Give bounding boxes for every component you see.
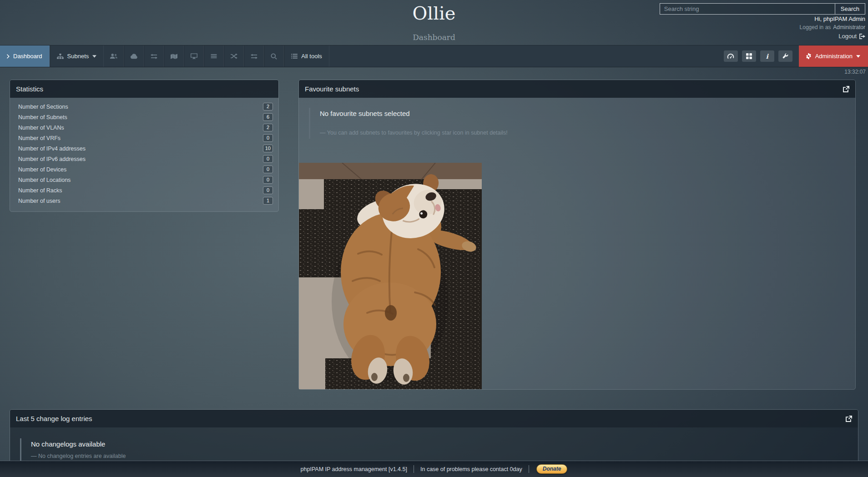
search-input[interactable] (660, 3, 835, 15)
stat-value-badge: 1 (263, 197, 273, 205)
statistics-rows: Number of Sections2Number of Subnets6Num… (10, 98, 278, 211)
favourite-subnets-header: Favourite subnets (299, 80, 855, 98)
administration-button[interactable]: Administration (799, 45, 868, 67)
logout-label: Logout (838, 32, 857, 40)
logout-link[interactable]: Logout (838, 32, 865, 40)
desktop-nav-item[interactable] (184, 45, 204, 67)
search-nav-item[interactable] (264, 45, 284, 67)
changelog-panel-header: Last 5 change log entries (10, 410, 858, 427)
changelog-panel: Last 5 change log entries No changelogs … (10, 409, 858, 469)
map-nav-item[interactable] (164, 45, 184, 67)
info-icon: i (766, 53, 768, 60)
menu-lines-icon (211, 54, 217, 59)
tab-subnets[interactable]: Subnets (50, 45, 104, 67)
swap-icon (251, 54, 257, 59)
administration-label: Administration (815, 53, 853, 60)
nav-icon-group (104, 45, 284, 67)
tab-dashboard[interactable]: Dashboard (0, 45, 50, 67)
role-link[interactable]: Administrator (833, 24, 865, 30)
shuffle-nav-item[interactable] (224, 45, 244, 67)
stat-row: Number of VRFs0 (15, 133, 273, 143)
exchange-nav-item[interactable] (144, 45, 164, 67)
shuffle-icon (231, 53, 237, 59)
changelog-message: No changelogs available (31, 440, 849, 448)
exchange-icon (151, 54, 157, 59)
stat-row: Number of IPv6 addresses0 (15, 154, 273, 164)
external-link-icon (846, 416, 852, 422)
statistics-panel: Statistics Number of Sections2Number of … (10, 80, 279, 212)
widgets-grid-button[interactable] (742, 50, 756, 62)
cloud-nav-item[interactable] (124, 45, 144, 67)
logged-in-line: Logged in asAdministrator (800, 23, 865, 32)
favourite-subnets-title: Favourite subnets (305, 85, 359, 93)
stat-row: Number of users1 (15, 196, 273, 206)
favourite-subnets-panel: Favourite subnets No favourite subnets s… (298, 80, 856, 390)
stat-label: Number of Sections (18, 104, 68, 110)
menu-lines-nav-item[interactable] (204, 45, 224, 67)
cloud-icon (130, 54, 138, 59)
search-icon (271, 53, 277, 60)
nav-right-group: i Administration (719, 45, 868, 67)
info-button[interactable]: i (760, 50, 774, 62)
dog-photo (299, 163, 482, 389)
users-nav-item[interactable] (104, 45, 124, 67)
stat-row: Number of Subnets6 (15, 112, 273, 122)
logged-in-prefix: Logged in as (800, 24, 831, 30)
stat-value-badge: 2 (263, 103, 273, 110)
stat-label: Number of VRFs (18, 135, 61, 141)
donate-button[interactable]: Donate (536, 464, 568, 474)
external-link-icon (843, 86, 849, 92)
tools-wrench-button[interactable] (778, 50, 792, 62)
main-nav: Dashboard Subnets All tools i (0, 45, 868, 67)
stat-label: Number of IPv6 addresses (18, 156, 86, 162)
stat-value-badge: 0 (263, 186, 273, 194)
changelog-empty-quote: No changelogs available — No changelog e… (20, 438, 849, 462)
stat-value-badge: 6 (263, 113, 273, 121)
changelog-note: — No changelog entries are available (31, 453, 849, 459)
wrench-icon (782, 53, 788, 59)
sitemap-icon (57, 54, 64, 59)
stat-value-badge: 2 (263, 124, 273, 131)
stat-value-badge: 0 (263, 134, 273, 142)
stat-value-badge: 0 (263, 166, 273, 173)
tab-subnets-label: Subnets (67, 53, 89, 60)
site-title: Ollie (413, 3, 456, 24)
open-changelog-link[interactable] (846, 416, 852, 422)
gauge-icon (727, 53, 734, 59)
tab-dashboard-label: Dashboard (13, 53, 42, 60)
grid-icon (746, 53, 752, 59)
stat-row: Number of Racks0 (15, 185, 273, 196)
statistics-panel-header: Statistics (10, 80, 278, 98)
search-button[interactable]: Search (835, 3, 865, 15)
changelog-title: Last 5 change log entries (16, 415, 92, 422)
favourites-empty-quote: No favourite subnets selected — You can … (309, 108, 846, 139)
dashboard-gauge-button[interactable] (724, 50, 738, 62)
chevron-right-icon (7, 54, 10, 59)
chevron-down-icon (856, 55, 860, 58)
clock: 13:32:07 (844, 69, 866, 75)
breadcrumb: Dashboard (413, 33, 455, 42)
stat-row: Number of IPv4 addresses10 (15, 143, 273, 154)
swap-nav-item[interactable] (244, 45, 264, 67)
stat-label: Number of Racks (18, 187, 62, 194)
users-icon (110, 53, 118, 59)
tab-all-tools-label: All tools (301, 53, 322, 60)
stat-label: Number of Locations (18, 177, 71, 183)
stat-row: Number of Sections2 (15, 101, 273, 112)
stat-label: Number of users (18, 198, 60, 204)
map-icon (171, 54, 177, 59)
desktop-icon (191, 53, 197, 59)
stat-value-badge: 10 (263, 145, 273, 152)
tab-all-tools[interactable]: All tools (284, 45, 329, 67)
stat-label: Number of IPv4 addresses (18, 146, 86, 152)
open-favourites-link[interactable] (843, 86, 849, 92)
user-box: Hi, phpIPAM Admin Logged in asAdministra… (800, 15, 865, 40)
list-icon (291, 54, 298, 59)
user-greeting: Hi, phpIPAM Admin (800, 15, 865, 23)
footer-contact-text: In case of problems please contact 0day (420, 466, 522, 472)
footer-version-text: phpIPAM IP address management [v1.4.5] (301, 466, 407, 472)
stat-row: Number of VLANs2 (15, 122, 273, 133)
footer-bar: phpIPAM IP address management [v1.4.5] I… (0, 461, 868, 477)
favourites-note: — You can add subnets to favourites by c… (320, 130, 846, 136)
stat-value-badge: 0 (263, 176, 273, 184)
